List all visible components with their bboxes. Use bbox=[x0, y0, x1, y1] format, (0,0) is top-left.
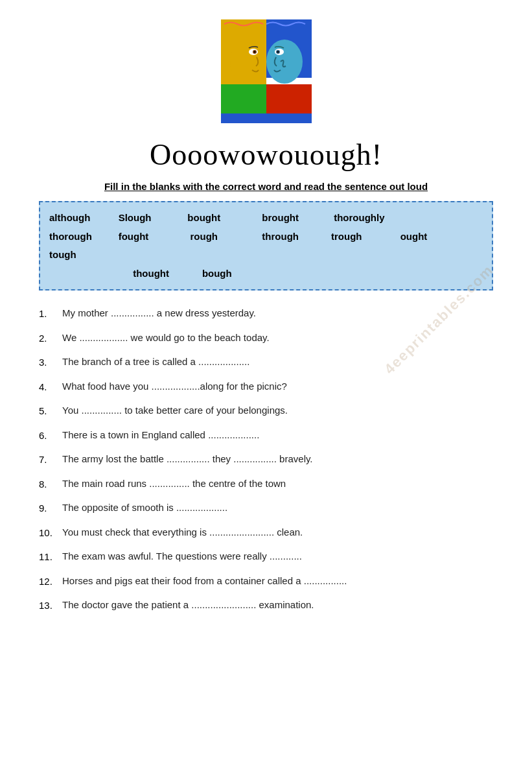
sentence-item: 11. The exam was awful. The questions we… bbox=[39, 549, 493, 565]
sentence-text: The exam was awful. The questions were r… bbox=[62, 549, 493, 564]
sentence-item: 6.There is a town in England called ....… bbox=[39, 428, 493, 444]
sentence-number: 12. bbox=[39, 574, 62, 589]
sentence-text: My mother ................ a new dress y… bbox=[62, 306, 493, 321]
instruction-text: Fill in the blanks with the correct word… bbox=[39, 181, 493, 192]
sentence-text: Horses and pigs eat their food from a co… bbox=[62, 574, 493, 589]
word-bough: bough bbox=[202, 265, 260, 283]
sentence-text: We .................. we would go to the… bbox=[62, 331, 493, 346]
word-although: although bbox=[49, 209, 108, 228]
sentence-item: 12.Horses and pigs eat their food from a… bbox=[39, 574, 493, 589]
sentence-number: 11. bbox=[39, 549, 62, 565]
sentence-item: 2.We .................. we would go to t… bbox=[39, 331, 493, 346]
sentence-text: The doctor gave the patient a ..........… bbox=[62, 598, 493, 613]
sentence-text: What food have you ..................alo… bbox=[62, 379, 493, 394]
sentence-number: 2. bbox=[39, 331, 62, 346]
sentence-item: 3.The branch of a tree is called a .....… bbox=[39, 355, 493, 370]
word-through: through bbox=[262, 228, 320, 246]
header-image bbox=[39, 13, 493, 130]
sentence-text: There is a town in England called ......… bbox=[62, 428, 493, 443]
word-trough: trough bbox=[331, 228, 389, 246]
word-thought: thought bbox=[133, 265, 191, 283]
word-tough: tough bbox=[49, 246, 108, 265]
sentence-number: 6. bbox=[39, 428, 62, 444]
word-box: although Slough bought brought thoroughl… bbox=[39, 201, 493, 290]
word-fought: fought bbox=[119, 228, 177, 246]
word-rough: rough bbox=[191, 228, 249, 246]
sentence-text: The main road runs ............... the c… bbox=[62, 477, 493, 492]
word-brought: brought bbox=[262, 209, 320, 228]
sentence-text: The opposite of smooth is ..............… bbox=[62, 501, 493, 515]
svg-point-10 bbox=[253, 51, 255, 53]
word-ought: ought bbox=[400, 228, 459, 246]
sentences-list: 1.My mother ................ a new dress… bbox=[39, 306, 493, 613]
sentence-item: 5.You ............... to take better car… bbox=[39, 403, 493, 419]
sentence-text: You ............... to take better care … bbox=[62, 403, 493, 418]
sentence-text: The branch of a tree is called a .......… bbox=[62, 355, 493, 370]
sentence-item: 13.The doctor gave the patient a .......… bbox=[39, 598, 493, 613]
svg-rect-6 bbox=[221, 113, 312, 123]
page-title: Oooowowouough! bbox=[39, 137, 493, 172]
sentence-number: 9. bbox=[39, 501, 62, 516]
sentence-item: 4.What food have you ..................a… bbox=[39, 379, 493, 395]
sentence-number: 7. bbox=[39, 452, 62, 468]
word-thorough: thorough bbox=[49, 228, 108, 246]
sentence-text: You must check that everything is ......… bbox=[62, 525, 493, 540]
sentence-number: 8. bbox=[39, 477, 62, 492]
word-slough: Slough bbox=[119, 209, 177, 228]
sentence-item: 9.The opposite of smooth is ............… bbox=[39, 501, 493, 516]
sentence-text: The army lost the battle ...............… bbox=[62, 452, 493, 467]
word-bought: bought bbox=[187, 209, 246, 228]
svg-point-7 bbox=[230, 40, 266, 84]
sentence-number: 5. bbox=[39, 403, 62, 419]
sentence-number: 3. bbox=[39, 355, 62, 370]
sentence-item: 7.The army lost the battle .............… bbox=[39, 452, 493, 468]
word-thoroughly: thoroughly bbox=[334, 209, 392, 228]
sentence-item: 8.The main road runs ............... the… bbox=[39, 477, 493, 492]
sentence-number: 13. bbox=[39, 598, 62, 613]
sentence-number: 4. bbox=[39, 379, 62, 395]
sentence-item: 10.You must check that everything is ...… bbox=[39, 525, 493, 541]
sentence-item: 1.My mother ................ a new dress… bbox=[39, 306, 493, 322]
svg-point-14 bbox=[277, 51, 279, 53]
sentence-number: 10. bbox=[39, 525, 62, 541]
sentence-number: 1. bbox=[39, 306, 62, 322]
svg-point-11 bbox=[266, 40, 303, 84]
